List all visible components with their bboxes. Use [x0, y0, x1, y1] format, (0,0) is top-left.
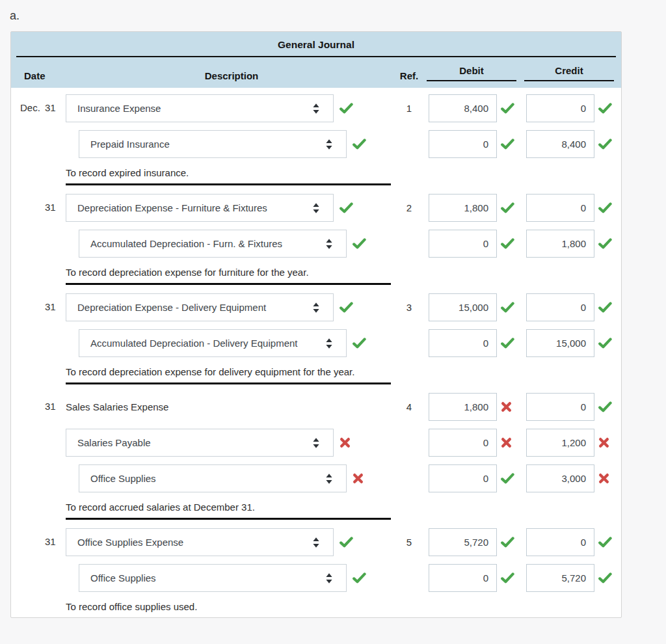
journal-line: Office Supplies05,720 — [20, 564, 612, 592]
description-cell: Depreciation Expense - Delivery Equipmen… — [66, 293, 397, 321]
account-select[interactable]: Salaries Payable — [66, 429, 334, 457]
debit-cell: 0 — [429, 230, 514, 258]
credit-input[interactable]: 0 — [526, 94, 594, 122]
dropdown-spinner-icon — [325, 338, 333, 349]
debit-input[interactable]: 1,800 — [429, 393, 497, 421]
debit-input[interactable]: 0 — [429, 230, 497, 258]
credit-cell: 5,720 — [526, 564, 612, 592]
credit-input[interactable]: 0 — [526, 293, 594, 321]
dropdown-spinner-icon — [312, 537, 320, 548]
description-cell: Sales Salaries Expense — [66, 401, 397, 412]
check-icon — [598, 103, 612, 114]
debit-input[interactable]: 0 — [429, 429, 497, 457]
cross-icon — [501, 437, 512, 448]
journal-line: 31Depreciation Expense - Furniture & Fix… — [20, 194, 612, 222]
account-text: Sales Salaries Expense — [66, 401, 168, 412]
column-headers: Date Description Ref. Debit Credit — [11, 57, 621, 88]
check-icon — [353, 238, 366, 249]
dropdown-spinner-icon — [325, 572, 333, 584]
credit-cell: 0 — [526, 293, 612, 321]
debit-input[interactable]: 0 — [429, 329, 497, 357]
check-icon — [501, 537, 514, 548]
check-icon — [598, 338, 612, 349]
check-icon — [353, 139, 366, 150]
check-icon — [598, 139, 612, 150]
description-cell: Office Supplies — [66, 564, 397, 592]
entry-rule — [66, 382, 391, 384]
date-day: 31 — [45, 301, 56, 312]
check-icon — [353, 338, 366, 349]
account-select[interactable]: Prepaid Insurance — [79, 130, 347, 158]
ref-number: 1 — [397, 103, 421, 114]
credit-input[interactable]: 15,000 — [526, 329, 594, 357]
column-header-ref: Ref. — [397, 70, 421, 81]
check-icon — [598, 302, 612, 313]
check-icon — [501, 338, 514, 349]
credit-input[interactable]: 3,000 — [526, 464, 594, 492]
date-cell — [20, 329, 66, 337]
journal-line: 31Office Supplies Expense55,7200 — [20, 528, 612, 556]
date-month — [20, 401, 45, 412]
account-select-value: Salaries Payable — [77, 437, 151, 448]
credit-input[interactable]: 0 — [526, 528, 594, 556]
general-journal-table: General Journal Date Description Ref. De… — [10, 31, 622, 618]
date-cell — [20, 130, 66, 138]
journal-line: Prepaid Insurance08,400 — [20, 130, 612, 158]
date-cell: 31 — [20, 393, 66, 412]
credit-input[interactable]: 1,800 — [526, 230, 594, 258]
debit-cell: 5,720 — [429, 528, 514, 556]
debit-input[interactable]: 8,400 — [429, 94, 497, 122]
journal-entry: 31Depreciation Expense - Furniture & Fix… — [20, 194, 612, 285]
credit-input[interactable]: 0 — [526, 393, 594, 421]
page: a. General Journal Date Description Ref.… — [0, 0, 666, 618]
credit-cell: 0 — [526, 194, 612, 222]
account-select[interactable]: Accumulated Depreciation - Delivery Equi… — [79, 329, 347, 357]
debit-input[interactable]: 15,000 — [429, 293, 497, 321]
date-cell — [20, 464, 66, 472]
credit-input[interactable]: 5,720 — [526, 564, 594, 592]
account-select[interactable]: Office Supplies — [79, 464, 347, 492]
debit-input[interactable]: 5,720 — [429, 528, 497, 556]
ref-number: 3 — [397, 302, 421, 313]
debit-input[interactable]: 0 — [429, 564, 497, 592]
account-select[interactable]: Depreciation Expense - Furniture & Fixtu… — [66, 194, 334, 222]
dropdown-spinner-icon — [312, 202, 320, 214]
journal-line: Dec.31Insurance Expense18,4000 — [20, 94, 612, 122]
description-cell: Insurance Expense — [66, 94, 397, 122]
account-select[interactable]: Insurance Expense — [66, 94, 334, 122]
account-select[interactable]: Depreciation Expense - Delivery Equipmen… — [66, 293, 334, 321]
dropdown-spinner-icon — [325, 238, 333, 250]
entry-memo: To record expired insurance. — [66, 166, 612, 178]
date-day: 31 — [45, 102, 56, 113]
debit-input[interactable]: 1,800 — [429, 194, 497, 222]
account-select[interactable]: Office Supplies — [79, 564, 347, 592]
debit-input[interactable]: 0 — [429, 130, 497, 158]
account-select[interactable]: Office Supplies Expense — [66, 528, 334, 556]
debit-cell: 0 — [429, 429, 514, 457]
description-cell: Office Supplies Expense — [66, 528, 397, 556]
date-month — [20, 536, 45, 547]
credit-input[interactable]: 1,200 — [526, 429, 594, 457]
journal-line: Office Supplies03,000 — [20, 464, 612, 492]
debit-cell: 0 — [429, 464, 514, 492]
account-select-value: Accumulated Depreciation - Delivery Equi… — [90, 338, 297, 349]
ref-number: 2 — [397, 202, 421, 213]
account-select[interactable]: Accumulated Depreciation - Furn. & Fixtu… — [79, 230, 347, 258]
debit-cell: 0 — [429, 564, 514, 592]
credit-cell: 3,000 — [526, 464, 612, 492]
dropdown-spinner-icon — [325, 139, 333, 150]
credit-input[interactable]: 0 — [526, 194, 594, 222]
account-select-value: Office Supplies — [90, 473, 156, 484]
date-cell — [20, 429, 66, 436]
debit-input[interactable]: 0 — [429, 464, 497, 492]
cross-icon — [501, 401, 512, 412]
check-icon — [353, 572, 366, 584]
account-select-value: Insurance Expense — [77, 103, 161, 114]
date-cell: 31 — [20, 194, 66, 213]
check-icon — [598, 238, 612, 249]
entry-memo: To record depreciation expense for furni… — [66, 265, 612, 278]
journal-header: General Journal Date Description Ref. De… — [11, 32, 621, 88]
dropdown-spinner-icon — [312, 302, 320, 314]
dropdown-spinner-icon — [312, 437, 320, 449]
credit-input[interactable]: 8,400 — [526, 130, 594, 158]
